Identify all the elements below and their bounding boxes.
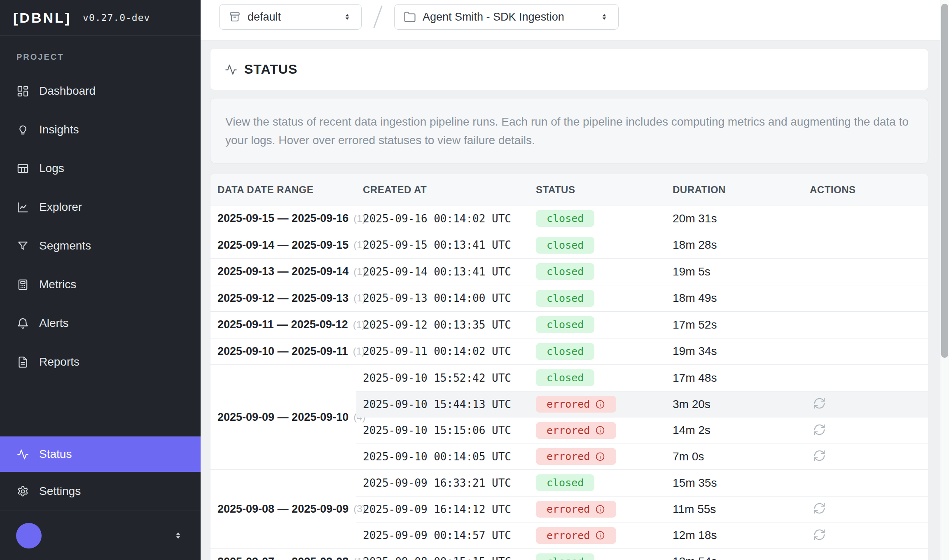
data-date-range-cell: 2025-09-13 — 2025-09-14(1): [210, 259, 356, 285]
table-group: 2025-09-11 — 2025-09-12(1)2025-09-12 00:…: [210, 311, 928, 338]
refresh-icon: [813, 528, 826, 541]
created-at-cell: 2025-09-11 00:14:02 UTC: [356, 345, 536, 357]
pipeline-run-row[interactable]: 2025-09-10 15:44:13 UTCerrored3m 20s: [356, 391, 928, 418]
sidebar-item-dashboard[interactable]: Dashboard: [0, 72, 201, 110]
pipeline-run-row[interactable]: 2025-09-10 15:15:06 UTCerrored14m 2s: [356, 417, 928, 443]
table-group: 2025-09-15 — 2025-09-16(1)2025-09-16 00:…: [210, 205, 928, 232]
status-badge-errored[interactable]: errored: [536, 422, 616, 439]
pipeline-run-row[interactable]: 2025-09-14 00:13:41 UTCclosed19m 5s: [356, 259, 928, 285]
date-range-label: 2025-09-07 — 2025-09-08: [217, 555, 348, 560]
sidebar-item-status[interactable]: Status: [0, 436, 201, 472]
date-range-label: 2025-09-08 — 2025-09-09: [217, 503, 348, 516]
namespace-select[interactable]: default: [219, 4, 362, 30]
status-cell: closed: [536, 369, 673, 386]
app-version: v0.27.0-dev: [83, 12, 150, 23]
sidebar-item-alerts[interactable]: Alerts: [0, 304, 201, 343]
status-badge-closed: closed: [536, 343, 594, 360]
status-cell: closed: [536, 210, 673, 227]
status-cell: closed: [536, 474, 673, 491]
sidebar-item-explorer[interactable]: Explorer: [0, 188, 201, 226]
refresh-icon: [813, 449, 826, 462]
status-cell: closed: [536, 316, 673, 333]
activity-icon: [224, 63, 238, 76]
user-row: [0, 511, 201, 560]
retry-run-button[interactable]: [813, 502, 826, 515]
pipeline-run-row[interactable]: 2025-09-11 00:14:02 UTCclosed19m 34s: [356, 338, 928, 365]
pipeline-run-row[interactable]: 2025-09-12 00:13:35 UTCclosed17m 52s: [356, 312, 928, 338]
project-select[interactable]: Agent Smith - SDK Ingestion: [394, 4, 619, 30]
info-circle-icon: [595, 504, 605, 515]
retry-run-button[interactable]: [813, 528, 826, 541]
column-header-data-date-range: DATA DATE RANGE: [210, 184, 356, 196]
pipeline-run-row[interactable]: 2025-09-10 15:52:42 UTCclosed17m 48s: [356, 365, 928, 391]
pipeline-run-row[interactable]: 2025-09-13 00:14:00 UTCclosed18m 49s: [356, 285, 928, 312]
group-runs: 2025-09-12 00:13:35 UTCclosed17m 52s: [356, 312, 928, 338]
line-chart-icon: [16, 201, 29, 214]
pipeline-run-row[interactable]: 2025-09-09 16:14:12 UTCerrored11m 55s: [356, 496, 928, 523]
pipeline-run-row[interactable]: 2025-09-10 00:14:05 UTCerrored7m 0s: [356, 443, 928, 470]
status-badge-errored[interactable]: errored: [536, 396, 616, 413]
group-runs: 2025-09-15 00:13:41 UTCclosed18m 28s: [356, 232, 928, 259]
sidebar-item-insights[interactable]: Insights: [0, 110, 201, 149]
duration-cell: 12m 18s: [673, 529, 810, 542]
pipeline-run-row[interactable]: 2025-09-09 00:14:57 UTCerrored12m 18s: [356, 522, 928, 548]
date-range-label: 2025-09-14 — 2025-09-15: [217, 239, 348, 252]
namespace-select-value: default: [248, 11, 342, 23]
sidebar-item-metrics[interactable]: Metrics: [0, 265, 201, 304]
status-cell: errored: [536, 396, 673, 413]
topbar: default Agent Smith - SDK Ingestion: [201, 0, 949, 41]
date-range-label: 2025-09-15 — 2025-09-16: [217, 212, 348, 225]
sidebar-item-settings[interactable]: Settings: [0, 472, 201, 511]
info-circle-icon: [595, 425, 605, 436]
activity-icon: [16, 448, 29, 461]
status-cell: errored: [536, 422, 673, 439]
pipeline-run-row[interactable]: 2025-09-09 16:33:21 UTCclosed15m 35s: [356, 470, 928, 496]
table-group: 2025-09-13 — 2025-09-14(1)2025-09-14 00:…: [210, 258, 928, 285]
column-header-duration: DURATION: [673, 184, 810, 196]
created-at-cell: 2025-09-09 00:14:57 UTC: [356, 529, 536, 541]
created-at-cell: 2025-09-16 00:14:02 UTC: [356, 212, 536, 225]
status-cell: closed: [536, 553, 673, 560]
avatar[interactable]: [16, 523, 42, 548]
table-group: 2025-09-12 — 2025-09-13(1)2025-09-13 00:…: [210, 285, 928, 312]
sidebar-item-reports[interactable]: Reports: [0, 343, 201, 381]
group-runs: 2025-09-13 00:14:00 UTCclosed18m 49s: [356, 285, 928, 312]
created-at-cell: 2025-09-08 00:15:15 UTC: [356, 555, 536, 560]
group-runs: 2025-09-10 15:52:42 UTCclosed17m 48s2025…: [356, 365, 928, 469]
pipeline-run-row[interactable]: 2025-09-15 00:13:41 UTCclosed18m 28s: [356, 232, 928, 259]
main-column: default Agent Smith - SDK Ingestion STAT…: [201, 0, 949, 560]
user-menu-chevrons-icon[interactable]: [173, 530, 184, 541]
calculator-icon: [16, 278, 29, 291]
status-cell: errored: [536, 501, 673, 518]
runs-table: DATA DATE RANGE CREATED AT STATUS DURATI…: [210, 174, 928, 560]
status-badge-errored[interactable]: errored: [536, 448, 616, 465]
scrollbar-track[interactable]: [940, 0, 949, 560]
duration-cell: 11m 55s: [673, 503, 810, 516]
retry-run-button[interactable]: [813, 449, 826, 462]
actions-cell: [810, 397, 928, 411]
status-badge-closed: closed: [536, 263, 594, 280]
retry-run-button[interactable]: [813, 423, 826, 436]
retry-run-button[interactable]: [813, 397, 826, 410]
bell-icon: [16, 317, 29, 330]
refresh-icon: [813, 423, 826, 436]
sidebar-section-label: PROJECT: [16, 52, 201, 62]
status-badge-closed: closed: [536, 237, 594, 254]
pipeline-run-row[interactable]: 2025-09-16 00:14:02 UTCclosed20m 31s: [356, 205, 928, 232]
column-header-actions: ACTIONS: [810, 184, 928, 196]
lightbulb-icon: [16, 124, 29, 136]
status-badge-errored[interactable]: errored: [536, 527, 616, 544]
table-body: 2025-09-15 — 2025-09-16(1)2025-09-16 00:…: [210, 205, 928, 560]
sidebar-nav: DashboardInsightsLogsExplorerSegmentsMet…: [0, 72, 201, 381]
status-badge-errored[interactable]: errored: [536, 501, 616, 518]
sidebar-item-segments[interactable]: Segments: [0, 226, 201, 265]
date-range-label: 2025-09-10 — 2025-09-11: [217, 345, 348, 358]
project-select-value: Agent Smith - SDK Ingestion: [423, 11, 599, 23]
sidebar-item-logs[interactable]: Logs: [0, 149, 201, 188]
info-circle-icon: [595, 451, 605, 462]
created-at-cell: 2025-09-12 00:13:35 UTC: [356, 319, 536, 331]
pipeline-run-row[interactable]: 2025-09-08 00:15:15 UTCclosed13m 54s: [356, 549, 928, 560]
scrollbar-thumb[interactable]: [941, 4, 948, 358]
breadcrumb-separator: [373, 5, 383, 28]
status-cell: errored: [536, 527, 673, 544]
